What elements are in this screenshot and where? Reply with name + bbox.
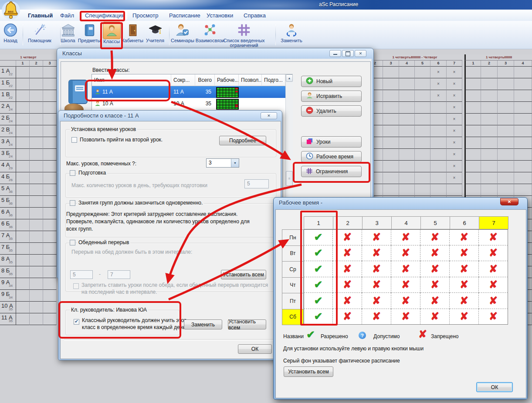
worktime-cell[interactable]: ✘: [391, 229, 420, 245]
preparation-checkbox[interactable]: [70, 170, 75, 176]
worktime-cell[interactable]: ✘: [362, 245, 391, 262]
scroll-up-icon[interactable]: ▲: [286, 74, 293, 82]
worktime-cell[interactable]: ✘: [333, 261, 362, 277]
worktime-cell[interactable]: ✘: [333, 293, 362, 309]
worktime-cell[interactable]: ✘: [362, 293, 391, 309]
day-row-header[interactable]: Ср: [282, 261, 304, 278]
chevron-down-icon[interactable]: ▼: [231, 159, 239, 167]
delete-class-button[interactable]: Удалить: [301, 105, 362, 117]
worktime-cell[interactable]: ✘: [479, 309, 508, 325]
period-column-header[interactable]: 7: [479, 216, 508, 229]
close-icon[interactable]: ✕: [261, 112, 277, 119]
max-prep-input[interactable]: 5: [244, 179, 269, 188]
worktime-cell[interactable]: ✘: [450, 309, 479, 325]
worktime-cell[interactable]: ✘: [450, 261, 479, 277]
column-header[interactable]: Имя: [92, 74, 171, 86]
lessons-button[interactable]: Уроки: [301, 136, 362, 148]
worktime-cell[interactable]: ✘: [479, 293, 508, 309]
day-row-header[interactable]: Чт: [282, 277, 304, 294]
worktime-grid[interactable]: 1234567Пн✔✘✘✘✘✘✘Вт✔✘✘✘✘✘✘Ср✔✘✘✘✘✘✘Чт✔✘✘✘…: [282, 216, 508, 325]
menu-view[interactable]: Просмотр: [130, 11, 161, 20]
lunch-set-all-button[interactable]: Установить всем: [221, 270, 266, 279]
period-column-header[interactable]: 5: [420, 216, 450, 229]
worktime-cell[interactable]: ✔: [304, 261, 333, 277]
column-header[interactable]: Рабоче...: [215, 74, 239, 86]
worktime-cell[interactable]: ✘: [391, 277, 420, 293]
close-icon[interactable]: ✕: [500, 198, 518, 205]
period-column-header[interactable]: 1: [304, 216, 333, 229]
max-marked-combobox[interactable]: 3 ▼: [206, 158, 239, 168]
teacher-set-all-button[interactable]: Установить всем: [228, 319, 266, 329]
worktime-cell[interactable]: ✘: [333, 309, 362, 325]
day-row-header[interactable]: Пн: [282, 229, 304, 246]
worktime-cell[interactable]: ✘: [333, 277, 362, 293]
worktime-cell[interactable]: ✔: [304, 309, 333, 325]
teacher-fixed-time-checkbox[interactable]: [74, 319, 79, 325]
worktime-cell[interactable]: ✘: [391, 261, 420, 277]
close-icon[interactable]: ✕: [355, 50, 366, 57]
table-row[interactable]: 11 А11 А35: [92, 86, 285, 98]
toolbar-replace[interactable]: Заменить: [268, 22, 315, 48]
lunch-break-checkbox[interactable]: [70, 240, 75, 245]
column-header[interactable]: Подго...: [262, 74, 285, 86]
period-column-header[interactable]: 4: [391, 216, 421, 229]
groups-finish-checkbox[interactable]: [70, 200, 75, 206]
menu-specification[interactable]: Спецификация: [82, 11, 127, 20]
worktime-set-all-button[interactable]: Установить всем: [284, 366, 333, 377]
worktime-cell[interactable]: ✘: [420, 245, 450, 262]
worktime-cell[interactable]: ✘: [333, 229, 362, 245]
worktime-cell[interactable]: ✘: [362, 309, 391, 325]
worktime-cell[interactable]: ✘: [450, 277, 479, 293]
worktime-cell[interactable]: ✘: [450, 293, 479, 309]
period-column-header[interactable]: 3: [362, 216, 392, 229]
constraints-button[interactable]: Ограничения: [301, 166, 362, 177]
worktime-cell[interactable]: ✘: [420, 277, 450, 293]
worktime-cell[interactable]: ✘: [362, 261, 391, 277]
worktime-cell[interactable]: ✔: [304, 245, 333, 262]
details-more-button[interactable]: Подробнее: [219, 136, 266, 145]
menu-options[interactable]: Установки: [204, 11, 236, 20]
period-column-header[interactable]: 6: [450, 216, 479, 229]
column-header[interactable]: Позвол...: [239, 74, 262, 86]
worktime-cell[interactable]: ✘: [479, 261, 508, 277]
worktime-cell[interactable]: ✘: [333, 245, 362, 262]
worktime-cell[interactable]: ✘: [391, 293, 420, 309]
worktime-cell[interactable]: ✘: [420, 229, 450, 245]
worktime-cell[interactable]: ✘: [391, 309, 420, 325]
lunch-from-input[interactable]: 5: [70, 270, 93, 279]
menu-timetable[interactable]: Расписание: [166, 11, 203, 20]
day-row-header[interactable]: Вт: [282, 245, 304, 262]
details-ok-button[interactable]: ОК: [238, 344, 272, 354]
lunch-to-input[interactable]: 7: [108, 270, 130, 279]
worktime-cell[interactable]: ✔: [304, 229, 333, 245]
worktime-cell[interactable]: ✘: [420, 309, 450, 325]
menu-help[interactable]: Справка: [241, 11, 268, 20]
worktime-ok-button[interactable]: ОК: [476, 382, 513, 392]
new-class-button[interactable]: Новый: [301, 76, 362, 87]
menu-main[interactable]: Главный: [25, 11, 55, 20]
toolbar-constraints-list[interactable]: Список введенныхограничений: [220, 22, 268, 48]
worktime-cell[interactable]: ✘: [450, 245, 479, 262]
worktime-cell[interactable]: ✘: [450, 229, 479, 245]
worktime-cell[interactable]: ✘: [362, 277, 391, 293]
day-row-header[interactable]: Пт: [282, 293, 304, 309]
no-lessons-after-lunch-checkbox[interactable]: [73, 283, 79, 289]
worktime-cell[interactable]: ✘: [362, 229, 391, 245]
maximize-icon[interactable]: [342, 50, 354, 57]
day-row-header[interactable]: Сб: [282, 309, 304, 326]
worktime-cell[interactable]: ✘: [391, 245, 420, 262]
column-header[interactable]: Сокр...: [171, 74, 195, 86]
scrollbar-thumb[interactable]: ≡: [286, 171, 293, 186]
column-header[interactable]: Всего: [195, 74, 215, 86]
table-row[interactable]: 10 А10 А35: [92, 98, 285, 110]
worktime-cell[interactable]: ✔: [304, 293, 333, 309]
worktime-cell[interactable]: ✔: [304, 277, 333, 293]
edit-class-button[interactable]: Исправить: [301, 91, 362, 102]
worktime-cell[interactable]: ✘: [420, 293, 450, 309]
allow-second-lesson-checkbox[interactable]: [71, 137, 77, 143]
worktime-button[interactable]: Рабочее время: [301, 151, 362, 162]
minimize-icon[interactable]: [329, 50, 341, 57]
worktime-cell[interactable]: ✘: [479, 245, 508, 262]
replace-teacher-button[interactable]: Заменить: [184, 319, 222, 329]
menu-file[interactable]: Файл: [58, 11, 77, 20]
